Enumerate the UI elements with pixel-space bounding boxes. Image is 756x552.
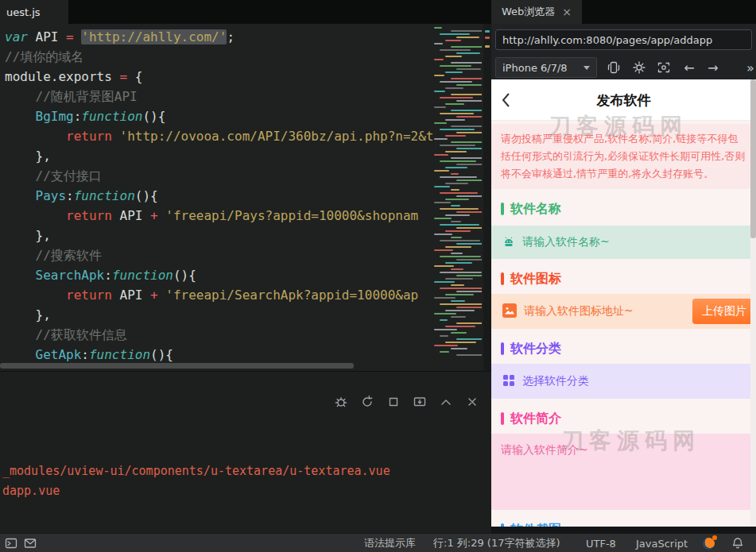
forward-arrow-icon[interactable]: →: [704, 58, 723, 77]
stop-icon[interactable]: [386, 394, 401, 410]
firefox-icon[interactable]: [703, 534, 715, 552]
console-log-line: dapp.vue: [2, 484, 60, 498]
cursor-position[interactable]: 行:1 列:29 (17字符被选择): [433, 534, 560, 552]
editor-vertical-scrollbar[interactable]: [483, 24, 491, 371]
section-title-intro: 软件简介: [501, 410, 756, 427]
app-root: uest.js Web浏览器 × var API = 'http://ahlly…: [0, 0, 756, 552]
gear-icon[interactable]: [630, 58, 649, 77]
encoding-indicator[interactable]: UTF-8: [586, 534, 616, 552]
preview-scrollbar-thumb[interactable]: [750, 79, 756, 238]
device-select[interactable]: iPhone 6/7/8: [495, 57, 597, 78]
mail-icon[interactable]: [24, 534, 37, 552]
browser-tab-label: Web浏览器: [502, 5, 555, 19]
minimap[interactable]: [434, 27, 482, 365]
tab-request-js[interactable]: uest.js: [0, 0, 68, 24]
mobile-preview: 发布软件 刀客源码网 刀客源码网 请勿投稿严重侵权产品,软件名称,简介,链接等不…: [491, 79, 756, 527]
more-tools-icon[interactable]: »: [741, 58, 756, 77]
intro-textarea[interactable]: 请输入软件简介~: [491, 434, 756, 510]
screenshot-icon[interactable]: [412, 394, 428, 410]
section-title-category: 软件分类: [501, 340, 756, 357]
section-bar: [501, 412, 504, 425]
section-title-icon: 软件图标: [501, 270, 756, 288]
scroll-annotation: [485, 37, 490, 39]
browser-panel: iPhone 6/7/8 ← → » 发布软件: [491, 24, 756, 533]
scroll-annotation: [485, 45, 490, 48]
rotate-device-icon[interactable]: [604, 58, 623, 77]
editor-tab-label: uest.js: [6, 6, 41, 18]
url-input[interactable]: [495, 29, 752, 50]
back-arrow-icon[interactable]: ←: [680, 58, 699, 77]
preview-bottom-strip: [491, 527, 756, 533]
section-bar: [501, 342, 504, 355]
category-placeholder: 选择软件分类: [522, 374, 589, 388]
icon-placeholder: 请输入软件图标地址~: [524, 304, 634, 318]
close-icon[interactable]: ×: [562, 6, 572, 17]
console-panel: _modules/uview-ui/components/u-textarea/…: [0, 371, 491, 533]
debug-icon[interactable]: [333, 394, 349, 410]
android-icon: [502, 235, 515, 250]
name-placeholder: 请输入软件名称~: [522, 235, 610, 249]
top-tab-bar: uest.js Web浏览器 ×: [0, 0, 756, 24]
collapse-icon[interactable]: [438, 394, 454, 410]
section-bar: [501, 272, 504, 285]
code-editor[interactable]: var API = 'http://ahlly.com/';//填你的域名mod…: [0, 27, 433, 365]
tab-web-browser[interactable]: Web浏览器 ×: [491, 0, 582, 24]
intro-placeholder: 请输入软件简介~: [501, 443, 588, 456]
browser-toolbar: iPhone 6/7/8 ← → »: [491, 56, 756, 79]
language-indicator[interactable]: JavaScript: [636, 534, 688, 552]
editor-panel: var API = 'http://ahlly.com/';//填你的域名mod…: [0, 24, 491, 371]
icon-url-input[interactable]: 请输入软件图标地址~ 上传图片: [491, 294, 756, 329]
device-select-value: iPhone 6/7/8: [502, 62, 568, 74]
section-title-screenshots: 软件截图: [501, 521, 756, 527]
chevron-down-icon: [583, 66, 590, 70]
console-log-line: _modules/uview-ui/components/u-textarea/…: [2, 464, 390, 478]
grid-icon: [502, 374, 515, 389]
mobile-navbar: 发布软件: [491, 79, 756, 121]
syntax-hint-button[interactable]: 语法提示库: [364, 534, 416, 552]
page-title: 发布软件: [491, 79, 756, 121]
status-bar: 语法提示库 行:1 列:29 (17字符被选择) UTF-8 JavaScrip…: [0, 533, 756, 552]
section-title-name: 软件名称: [501, 200, 756, 218]
name-input[interactable]: 请输入软件名称~: [491, 226, 756, 259]
horizontal-scrollbar-thumb[interactable]: [0, 363, 354, 369]
close-console-icon[interactable]: [464, 394, 480, 410]
category-select[interactable]: 选择软件分类: [491, 364, 756, 399]
horizontal-scrollbar[interactable]: [0, 363, 429, 369]
preview-scrollbar[interactable]: [750, 79, 756, 527]
scroll-annotation: [485, 30, 490, 33]
restart-icon[interactable]: [359, 394, 375, 410]
console-toolbar: [333, 394, 480, 410]
bell-icon[interactable]: [731, 534, 744, 552]
upload-image-button[interactable]: 上传图片: [692, 299, 756, 324]
terminal-icon[interactable]: [5, 534, 17, 552]
section-bar: [501, 203, 504, 215]
warning-text: 请勿投稿严重侵权产品,软件名称,简介,链接等不得包括任何形式的引流行为,必须保证…: [491, 124, 756, 189]
capture-icon[interactable]: [654, 58, 673, 77]
image-icon: [502, 303, 517, 320]
